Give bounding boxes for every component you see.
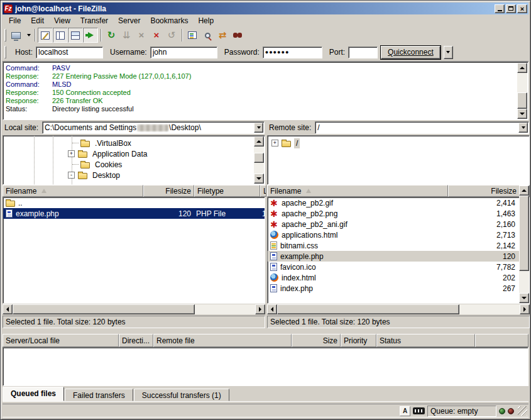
tab-queued-files[interactable]: Queued files: [3, 387, 64, 401]
host-input[interactable]: [36, 47, 103, 58]
local-path-combo[interactable]: C:\Documents and Settings\Desktop\: [42, 121, 265, 134]
list-item[interactable]: bitnami.css 2,142: [268, 240, 519, 251]
scroll-track[interactable]: [277, 304, 520, 314]
refresh-button[interactable]: ↻: [104, 28, 119, 43]
quickconnect-grip[interactable]: [4, 46, 6, 58]
local-path-dropdown[interactable]: [254, 123, 263, 133]
list-item[interactable]: apache_pb2.gif 2,414: [268, 197, 519, 208]
column-header-priority[interactable]: Priority: [341, 334, 376, 347]
scroll-thumb[interactable]: [13, 304, 195, 314]
scroll-up-button[interactable]: [519, 185, 529, 196]
menu-file[interactable]: File: [4, 15, 26, 27]
column-header-server-local-file[interactable]: Server/Local file: [3, 334, 119, 347]
tab-successful-transfers[interactable]: Successful transfers (1): [134, 389, 229, 401]
tab-failed-transfers[interactable]: Failed transfers: [65, 389, 133, 401]
column-header-lastmodified[interactable]: L: [260, 185, 266, 197]
filezilla-app-icon[interactable]: Fz: [4, 4, 13, 13]
scroll-right-button[interactable]: [255, 304, 265, 314]
filter-button[interactable]: [185, 28, 200, 43]
maximize-button[interactable]: [506, 4, 516, 13]
titlebar[interactable]: Fz john@localhost - FileZilla ×: [3, 3, 528, 14]
tree-item-desktop[interactable]: - Desktop: [3, 170, 265, 180]
toggle-local-tree-button[interactable]: [53, 28, 68, 43]
column-header-filesize[interactable]: Filesize: [143, 185, 194, 197]
scroll-right-button[interactable]: [520, 304, 530, 314]
tree-item-application-data[interactable]: + Application Data: [3, 148, 265, 159]
scroll-thumb[interactable]: [517, 92, 527, 109]
tree-item-cookies[interactable]: Cookies: [3, 159, 265, 170]
column-header-filesize[interactable]: Filesize: [448, 185, 530, 197]
local-tree-scrollbar[interactable]: [254, 136, 264, 184]
list-item-example-php[interactable]: example.php 120: [268, 251, 519, 262]
menu-edit[interactable]: Edit: [26, 15, 49, 27]
cancel-operation-button[interactable]: ×: [134, 28, 149, 43]
resize-grip[interactable]: [518, 406, 527, 416]
toolbar-grip[interactable]: [4, 29, 6, 41]
scroll-down-button[interactable]: [519, 293, 529, 303]
scroll-track[interactable]: [254, 146, 264, 174]
column-header-filename[interactable]: Filename: [3, 185, 143, 197]
password-input[interactable]: [263, 47, 322, 58]
scroll-left-button[interactable]: [3, 304, 13, 314]
scroll-down-button[interactable]: [517, 109, 527, 119]
scroll-thumb[interactable]: [519, 196, 529, 271]
scroll-left-button[interactable]: [267, 304, 277, 314]
list-item[interactable]: index.php 267: [268, 283, 519, 294]
remote-list-scrollbar[interactable]: [519, 185, 529, 303]
scroll-thumb[interactable]: [254, 153, 264, 163]
toggle-message-log-button[interactable]: [38, 28, 53, 43]
menu-view[interactable]: View: [49, 15, 75, 27]
list-item[interactable]: apache_pb2.png 1,463: [268, 208, 519, 219]
username-input[interactable]: [150, 47, 217, 58]
column-header-size[interactable]: Size: [292, 334, 341, 347]
list-item[interactable]: favicon.ico 7,782: [268, 262, 519, 272]
find-files-button[interactable]: [230, 28, 245, 43]
menu-transfer[interactable]: Transfer: [75, 15, 113, 27]
list-item-example-php[interactable]: example.php 120 PHP File 1: [3, 208, 265, 219]
close-button[interactable]: ×: [517, 4, 527, 13]
minimize-button[interactable]: [495, 4, 505, 13]
scroll-track[interactable]: [517, 73, 527, 109]
list-item[interactable]: apache_pb2_ani.gif 2,160: [268, 219, 519, 229]
scroll-down-button[interactable]: [254, 174, 264, 184]
column-header-direction[interactable]: Directi...: [119, 334, 153, 347]
scroll-up-button[interactable]: [517, 63, 527, 73]
column-header-filename[interactable]: Filename: [267, 185, 448, 197]
site-manager-dropdown[interactable]: [23, 28, 32, 43]
disconnect-button[interactable]: ×: [149, 28, 164, 43]
maximize-icon: [508, 6, 513, 11]
quickconnect-button[interactable]: Quickconnect: [381, 46, 441, 59]
menu-bookmarks[interactable]: Bookmarks: [145, 15, 193, 27]
collapse-icon[interactable]: -: [68, 172, 75, 179]
local-horizontal-scrollbar[interactable]: [3, 304, 265, 314]
scroll-track[interactable]: [13, 304, 255, 314]
directory-comparison-button[interactable]: [200, 28, 215, 43]
port-input[interactable]: [348, 47, 378, 58]
list-item-parent-dir[interactable]: ..: [3, 197, 265, 208]
remote-horizontal-scrollbar[interactable]: [267, 304, 530, 314]
remote-path-combo[interactable]: /: [315, 121, 529, 134]
log-scrollbar[interactable]: [517, 63, 527, 119]
column-header-remote-file[interactable]: Remote file: [153, 334, 292, 347]
menu-help[interactable]: Help: [193, 15, 219, 27]
column-header-filetype[interactable]: Filetype: [194, 185, 260, 197]
remote-path-dropdown[interactable]: [518, 123, 528, 133]
scroll-thumb[interactable]: [277, 304, 459, 314]
expand-icon[interactable]: +: [271, 140, 278, 146]
synchronized-browsing-button[interactable]: ⇄: [215, 28, 230, 43]
column-header-status[interactable]: Status: [376, 334, 475, 347]
scroll-track[interactable]: [519, 196, 529, 293]
tree-item-root[interactable]: + /: [268, 138, 529, 148]
list-item[interactable]: applications.html 2,713: [268, 229, 519, 240]
menu-server[interactable]: Server: [113, 15, 145, 27]
expand-icon[interactable]: +: [68, 150, 75, 157]
reconnect-button[interactable]: ↺: [164, 28, 179, 43]
quickconnect-dropdown[interactable]: [444, 46, 453, 59]
list-item[interactable]: index.html 202: [268, 272, 519, 283]
tree-item-virtualbox[interactable]: .VirtualBox: [3, 138, 265, 148]
site-manager-button[interactable]: [8, 28, 23, 43]
toggle-queue-button[interactable]: [83, 28, 98, 43]
scroll-up-button[interactable]: [254, 136, 264, 146]
toggle-remote-tree-button[interactable]: [68, 28, 83, 43]
process-queue-button[interactable]: ⇊: [119, 28, 134, 43]
